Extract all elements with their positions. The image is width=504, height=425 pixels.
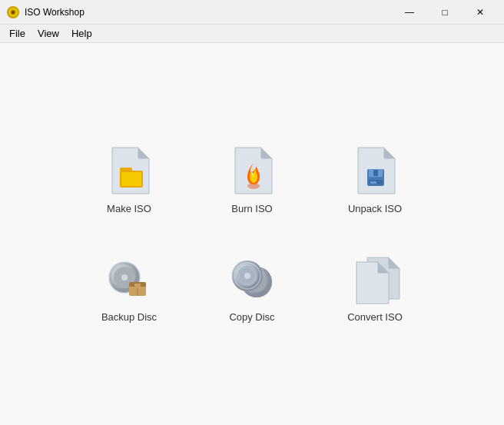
maximize-button[interactable]: □ [427, 0, 463, 25]
svg-rect-16 [373, 170, 378, 176]
menu-view[interactable]: View [32, 26, 65, 41]
svg-point-22 [121, 274, 128, 281]
minimize-button[interactable]: — [392, 0, 427, 25]
close-button[interactable]: ✕ [463, 0, 498, 25]
svg-marker-10 [261, 148, 272, 158]
copy-disc-button[interactable]: Copy Disc [206, 242, 298, 335]
svg-rect-18 [370, 181, 376, 184]
window-controls: — □ ✕ [392, 0, 498, 25]
copy-disc-label: Copy Disc [229, 311, 274, 323]
burn-iso-button[interactable]: Burn ISO [206, 134, 298, 227]
copy-disc-icon [227, 254, 277, 304]
svg-point-3 [12, 11, 15, 13]
unpack-iso-button[interactable]: Unpack ISO [329, 134, 421, 227]
make-iso-icon [104, 146, 154, 195]
backup-disc-label: Backup Disc [101, 311, 157, 323]
title-bar: ISO Workshop — □ ✕ [0, 0, 504, 25]
make-iso-button[interactable]: Make ISO [83, 134, 175, 227]
burn-iso-label: Burn ISO [231, 203, 272, 214]
burn-iso-icon [227, 146, 277, 195]
convert-iso-button[interactable]: Convert ISO [329, 242, 421, 335]
window-title: ISO Workshop [25, 7, 392, 18]
menu-help[interactable]: Help [65, 26, 98, 41]
menu-bar: File View Help [0, 25, 504, 43]
svg-marker-13 [384, 148, 395, 158]
svg-marker-39 [389, 257, 400, 268]
svg-marker-5 [138, 148, 149, 158]
svg-rect-8 [121, 172, 141, 186]
make-iso-label: Make ISO [107, 203, 151, 214]
app-icon [6, 5, 20, 19]
backup-disc-icon [104, 254, 154, 304]
backup-disc-button[interactable]: Backup Disc [83, 242, 175, 335]
unpack-iso-icon [350, 146, 400, 195]
svg-rect-7 [120, 168, 132, 172]
svg-point-35 [244, 273, 250, 279]
tool-grid: Make ISO Burn ISO [37, 118, 467, 350]
menu-file[interactable]: File [3, 26, 32, 41]
convert-iso-icon [350, 254, 400, 304]
svg-rect-26 [134, 284, 141, 287]
convert-iso-label: Convert ISO [347, 311, 403, 323]
unpack-iso-label: Unpack ISO [348, 203, 402, 214]
main-content: Make ISO Burn ISO [0, 43, 504, 425]
